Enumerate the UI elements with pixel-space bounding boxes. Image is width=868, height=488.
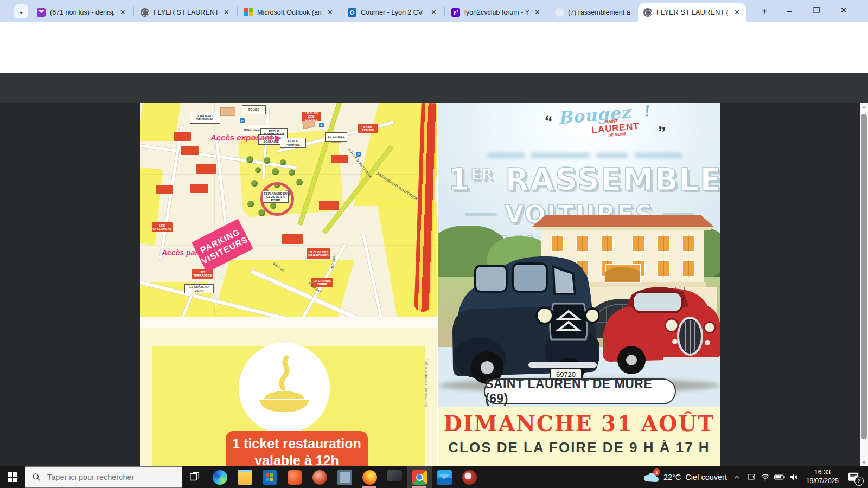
tab-close-icon[interactable]: ✕ bbox=[430, 8, 438, 16]
scrollbar-thumb[interactable] bbox=[861, 114, 867, 439]
close-button[interactable]: ✕ bbox=[831, 0, 856, 21]
edge-icon bbox=[213, 470, 227, 485]
notification-center-button[interactable]: 2 bbox=[844, 466, 863, 488]
clock-time: 16:33 bbox=[806, 468, 839, 477]
pdf-globe-icon bbox=[141, 8, 149, 17]
taskbar-app-store[interactable] bbox=[257, 466, 282, 488]
tree-icon bbox=[258, 209, 265, 216]
taskbar-clock[interactable]: 16:33 19/07/2025 bbox=[806, 468, 839, 485]
tab-close-icon[interactable]: ✕ bbox=[326, 8, 334, 16]
taskbar-app-mail[interactable] bbox=[432, 466, 457, 488]
tab-close-icon[interactable]: ✕ bbox=[733, 8, 741, 16]
taskbar-app-office[interactable] bbox=[282, 466, 307, 488]
tab-separator bbox=[548, 7, 548, 16]
tab-label: Courrier - Lyon 2 CV C bbox=[361, 9, 425, 16]
taskbar-app-remote[interactable] bbox=[457, 466, 482, 488]
tab-flyer-pdf-active[interactable]: FLYER ST LAURENT (3) ✕ bbox=[638, 3, 746, 22]
ticket-box: 1 ticket restauration valable à 12h bbox=[226, 431, 368, 466]
tab-rassemblement[interactable]: (7) rassemblement à S ✕ bbox=[550, 3, 650, 22]
tab-courrier[interactable]: O Courrier - Lyon 2 CV C ✕ bbox=[342, 3, 443, 22]
yahoo-icon: y! bbox=[451, 8, 460, 17]
tab-flyer-pdf-1[interactable]: FLYER ST LAURENT (3). ✕ bbox=[135, 3, 236, 22]
notification-badge: 2 bbox=[854, 477, 864, 486]
windows-taskbar: 1 22°C Ciel couvert 16:33 19/07/2025 2 bbox=[0, 466, 868, 488]
poster-details: CLOS DE LA FOIRE DE 9 H À 17 H bbox=[438, 439, 720, 456]
map-grid bbox=[140, 245, 437, 246]
map-label-red bbox=[196, 164, 216, 174]
file-explorer-icon bbox=[238, 470, 252, 485]
tab-close-icon[interactable]: ✕ bbox=[119, 8, 127, 16]
tab-outlook-web[interactable]: Microsoft Outlook (an ✕ bbox=[239, 3, 340, 22]
tab-label: lyon2cvclub forum - Ya bbox=[464, 9, 529, 16]
cloud-icon: 1 bbox=[643, 471, 659, 484]
tab-separator bbox=[444, 7, 445, 16]
restore-button[interactable]: ❐ bbox=[804, 0, 829, 21]
blank-favicon bbox=[555, 8, 564, 17]
parking-p-icon: P bbox=[240, 118, 245, 123]
tab-label: FLYER ST LAURENT (3) bbox=[656, 8, 729, 16]
system-utility-icon bbox=[387, 470, 402, 485]
tab-search-chevron-icon[interactable]: ⌄ bbox=[14, 4, 28, 18]
scrollbar-up-icon[interactable]: ▲ bbox=[860, 103, 868, 111]
tray-device-icon[interactable] bbox=[744, 466, 758, 488]
tab-close-icon[interactable]: ✕ bbox=[533, 8, 541, 16]
map-label-red bbox=[190, 184, 208, 193]
taskbar-app-tile[interactable] bbox=[332, 466, 357, 488]
map-label-red bbox=[282, 234, 303, 244]
flyer-map-page: P P P ÉGLISE CHÂTEAU DELPHINAL MULTI-ACC… bbox=[140, 103, 437, 466]
outlook-icon: O bbox=[348, 8, 356, 17]
arrow-right-icon: ▶ bbox=[275, 133, 281, 142]
weather-condition: Ciel couvert bbox=[685, 473, 727, 481]
map-grid bbox=[363, 103, 363, 317]
taskbar-app-utility[interactable] bbox=[382, 466, 407, 488]
remote-access-icon bbox=[462, 470, 477, 485]
poster-title-line1: 1ER RASSEMBLEMENT bbox=[448, 162, 720, 197]
tray-chevron-icon[interactable] bbox=[730, 466, 744, 488]
microsoft-icon bbox=[244, 8, 253, 17]
minimize-button[interactable]: – bbox=[777, 0, 802, 21]
taskbar-search-input[interactable] bbox=[46, 472, 168, 482]
office-icon bbox=[288, 470, 302, 485]
taskbar-app-chrome[interactable] bbox=[407, 466, 432, 488]
access-exhibitor-label: Accès exposant ▶ bbox=[210, 133, 281, 143]
pdf-toolbar: FLYER ST LAURENT (3).pdf / 1 − 100% + ↶ … bbox=[0, 73, 868, 103]
map-label-cercle: LE CERCLE bbox=[326, 132, 347, 142]
citroen-traction-illustration: 69720 bbox=[447, 240, 599, 395]
taskbar-search[interactable] bbox=[25, 466, 182, 488]
quote-close: ” bbox=[656, 123, 667, 142]
search-icon bbox=[32, 473, 41, 481]
taskbar-app-firefox[interactable] bbox=[357, 466, 382, 488]
quote-open: “ bbox=[542, 112, 553, 131]
wifi-icon[interactable] bbox=[758, 466, 773, 488]
tab-close-icon[interactable]: ✕ bbox=[222, 8, 231, 16]
map-label-chateau-eau: LE CHÂTEAU D'EAU bbox=[184, 284, 214, 293]
scrollbar-down-icon[interactable]: ▼ bbox=[860, 459, 868, 466]
battery-icon[interactable] bbox=[773, 466, 787, 488]
meal-steam-icon bbox=[239, 343, 330, 434]
tab-mail[interactable]: (671 non lus) - denispa ✕ bbox=[31, 3, 132, 22]
volume-icon[interactable] bbox=[787, 466, 801, 488]
photos-icon bbox=[312, 470, 327, 485]
start-button[interactable] bbox=[0, 466, 25, 488]
tree-icon bbox=[280, 159, 286, 165]
tree-icon bbox=[251, 180, 258, 187]
taskbar-app-photos[interactable] bbox=[307, 466, 332, 488]
tree-icon bbox=[246, 156, 253, 163]
mail-icon bbox=[37, 8, 46, 17]
taskbar-app-file-explorer[interactable] bbox=[232, 466, 257, 488]
weather-widget[interactable]: 1 22°C Ciel couvert bbox=[643, 471, 727, 484]
new-tab-button[interactable]: + bbox=[757, 4, 771, 18]
tree-icon bbox=[255, 167, 261, 173]
chrome-icon bbox=[412, 470, 427, 485]
tree-icon bbox=[247, 201, 254, 207]
tab-separator bbox=[133, 7, 134, 16]
task-view-button[interactable] bbox=[182, 466, 207, 488]
taskbar-app-edge[interactable] bbox=[207, 466, 232, 488]
map-label-red bbox=[319, 201, 339, 210]
tab-forum[interactable]: y! lyon2cvclub forum - Ya ✕ bbox=[446, 3, 547, 22]
default-browser-banner: Google Chrome n'est pas votre navigateur… bbox=[0, 47, 868, 73]
mail-app-icon bbox=[437, 470, 452, 485]
tab-label: Microsoft Outlook (an bbox=[257, 9, 322, 16]
map-lower-strip bbox=[140, 317, 437, 328]
meal-circle bbox=[239, 343, 330, 434]
